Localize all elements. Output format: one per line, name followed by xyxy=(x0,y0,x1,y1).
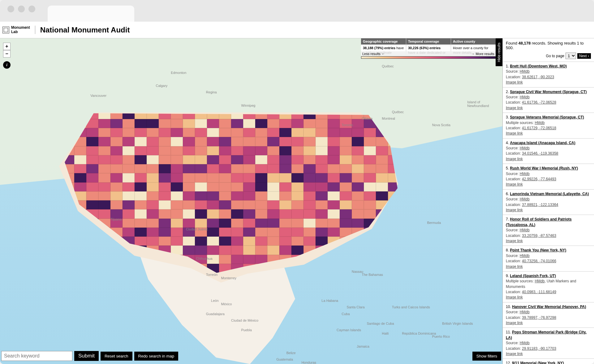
county-cell[interactable] xyxy=(328,173,340,182)
county-cell[interactable] xyxy=(183,137,195,146)
county-cell[interactable] xyxy=(328,219,340,228)
county-cell[interactable] xyxy=(267,146,279,155)
county-cell[interactable] xyxy=(147,237,159,246)
county-cell[interactable] xyxy=(219,219,231,228)
county-cell[interactable] xyxy=(98,173,110,182)
county-cell[interactable] xyxy=(243,200,255,209)
county-cell[interactable] xyxy=(328,255,340,264)
county-cell[interactable] xyxy=(243,237,255,246)
county-cell[interactable] xyxy=(123,137,135,146)
county-cell[interactable] xyxy=(110,146,123,155)
county-cell[interactable] xyxy=(110,255,123,264)
county-cell[interactable] xyxy=(50,264,62,273)
county-cell[interactable] xyxy=(231,255,243,264)
county-cell[interactable] xyxy=(303,128,316,137)
county-cell[interactable] xyxy=(159,209,171,218)
county-cell[interactable] xyxy=(62,200,74,209)
county-cell[interactable] xyxy=(207,246,219,255)
county-cell[interactable] xyxy=(74,146,86,155)
county-cell[interactable] xyxy=(195,191,207,200)
county-cell[interactable] xyxy=(316,219,328,228)
county-cell[interactable] xyxy=(243,209,255,218)
county-cell[interactable] xyxy=(279,200,291,209)
source-link[interactable]: HMdb xyxy=(520,254,530,258)
county-cell[interactable] xyxy=(400,255,412,264)
county-cell[interactable] xyxy=(110,155,123,164)
county-cell[interactable] xyxy=(98,246,110,255)
county-cell[interactable] xyxy=(135,219,147,228)
search-input[interactable] xyxy=(1,351,72,361)
county-cell[interactable] xyxy=(98,155,110,164)
county-cell[interactable] xyxy=(267,119,279,128)
county-cell[interactable] xyxy=(123,146,135,155)
county-cell[interactable] xyxy=(183,209,195,218)
county-cell[interactable] xyxy=(195,209,207,218)
result-title-link[interactable]: Honor Roll of Soldiers and Patriots (Tus… xyxy=(506,217,572,227)
county-cell[interactable] xyxy=(364,191,376,200)
county-cell[interactable] xyxy=(147,209,159,218)
county-cell[interactable] xyxy=(352,219,364,228)
county-cell[interactable] xyxy=(195,119,207,128)
county-cell[interactable] xyxy=(352,155,364,164)
location-link[interactable]: 29.91183, -90.17703 xyxy=(522,346,556,351)
county-cell[interactable] xyxy=(291,219,303,228)
county-cell[interactable] xyxy=(243,228,255,237)
county-cell[interactable] xyxy=(352,119,364,128)
county-cell[interactable] xyxy=(279,155,291,164)
image-link[interactable]: Image link xyxy=(506,131,523,135)
county-cell[interactable] xyxy=(147,219,159,228)
county-cell[interactable] xyxy=(135,119,147,128)
county-cell[interactable] xyxy=(231,119,243,128)
county-cell[interactable] xyxy=(207,164,219,173)
county-cell[interactable] xyxy=(147,164,159,173)
county-cell[interactable] xyxy=(376,255,388,264)
result-title-link[interactable]: Sprague Veterans Memorial (Sprague, CT) xyxy=(510,115,584,119)
county-cell[interactable] xyxy=(207,173,219,182)
county-cell[interactable] xyxy=(123,255,135,264)
county-cell[interactable] xyxy=(328,137,340,146)
county-cell[interactable] xyxy=(243,128,255,137)
county-cell[interactable] xyxy=(62,255,74,264)
result-title-link[interactable]: Sprague Civil War Monument (Sprague, CT) xyxy=(510,90,587,94)
image-link[interactable]: Image link xyxy=(506,106,523,110)
county-cell[interactable] xyxy=(110,264,123,273)
county-cell[interactable] xyxy=(195,246,207,255)
county-cell[interactable] xyxy=(159,155,171,164)
source-link[interactable]: HMdb xyxy=(520,172,530,176)
county-cell[interactable] xyxy=(171,137,183,146)
county-cell[interactable] xyxy=(376,228,388,237)
county-cell[interactable] xyxy=(340,173,352,182)
source-link[interactable]: HMdb xyxy=(520,69,530,74)
county-cell[interactable] xyxy=(279,209,291,218)
county-cell[interactable] xyxy=(74,228,86,237)
county-cell[interactable] xyxy=(159,219,171,228)
county-cell[interactable] xyxy=(147,137,159,146)
county-cell[interactable] xyxy=(352,164,364,173)
county-cell[interactable] xyxy=(255,119,267,128)
county-cell[interactable] xyxy=(388,200,400,209)
county-cell[interactable] xyxy=(50,182,62,191)
county-cell[interactable] xyxy=(255,255,267,264)
county-cell[interactable] xyxy=(219,246,231,255)
results-list[interactable]: 1. Brett Hull (Downtown West, MO) Source… xyxy=(503,62,594,364)
county-cell[interactable] xyxy=(243,255,255,264)
source-link[interactable]: HMdb xyxy=(535,121,544,125)
county-cell[interactable] xyxy=(159,191,171,200)
county-cell[interactable] xyxy=(219,228,231,237)
county-cell[interactable] xyxy=(400,173,412,182)
county-cell[interactable] xyxy=(267,228,279,237)
county-cell[interactable] xyxy=(159,200,171,209)
county-cell[interactable] xyxy=(255,173,267,182)
county-cell[interactable] xyxy=(135,164,147,173)
county-cell[interactable] xyxy=(340,246,352,255)
county-cell[interactable] xyxy=(195,173,207,182)
county-cell[interactable] xyxy=(364,237,376,246)
county-cell[interactable] xyxy=(388,209,400,218)
county-cell[interactable] xyxy=(352,173,364,182)
county-cell[interactable] xyxy=(135,137,147,146)
county-cell[interactable] xyxy=(400,155,412,164)
county-cell[interactable] xyxy=(219,128,231,137)
county-cell[interactable] xyxy=(195,182,207,191)
county-cell[interactable] xyxy=(123,200,135,209)
county-cell[interactable] xyxy=(50,237,62,246)
